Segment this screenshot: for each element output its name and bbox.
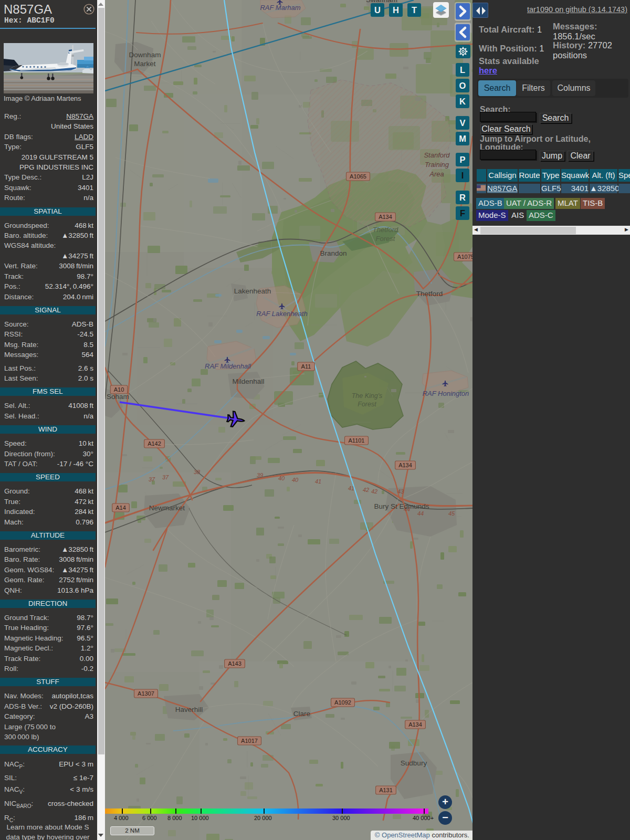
svg-text:Haverhill: Haverhill [175, 706, 203, 713]
svg-text:Training: Training [425, 161, 449, 169]
svg-text:Area: Area [429, 170, 444, 178]
svg-text:A134: A134 [408, 721, 422, 728]
svg-text:42: 42 [371, 488, 377, 495]
svg-text:Thetford: Thetford [416, 290, 443, 298]
svg-text:A10: A10 [114, 386, 124, 393]
svg-text:A1307: A1307 [138, 690, 154, 697]
svg-text:A1065: A1065 [350, 173, 366, 180]
svg-text:Stanford: Stanford [424, 151, 450, 159]
svg-text:A134: A134 [379, 214, 392, 220]
svg-text:Sudbury: Sudbury [401, 759, 427, 767]
svg-text:Market: Market [134, 60, 156, 68]
svg-text:RAF Mildenhall: RAF Mildenhall [205, 362, 251, 370]
svg-text:A1101: A1101 [349, 437, 365, 444]
svg-text:Forest: Forest [358, 401, 376, 408]
svg-text:RAF Marham: RAF Marham [260, 4, 300, 12]
svg-text:Newmarket: Newmarket [149, 504, 185, 512]
svg-text:40: 40 [278, 475, 285, 481]
svg-text:Lakenheath: Lakenheath [234, 287, 271, 295]
svg-text:38: 38 [194, 469, 201, 475]
svg-text:44: 44 [417, 510, 424, 517]
svg-text:Bury St Edmunds: Bury St Edmunds [374, 502, 429, 510]
svg-text:45: 45 [448, 510, 455, 517]
svg-text:A1017: A1017 [241, 738, 258, 744]
svg-text:39: 39 [257, 472, 263, 478]
svg-text:Forest: Forest [376, 235, 396, 243]
svg-text:Soham: Soham [107, 393, 129, 401]
svg-text:43: 43 [397, 488, 404, 495]
svg-text:37: 37 [149, 476, 155, 482]
svg-text:RAF Honington: RAF Honington [423, 390, 469, 397]
svg-text:Mildenhall: Mildenhall [233, 377, 265, 385]
svg-text:A142: A142 [148, 440, 161, 447]
svg-text:A1075: A1075 [457, 254, 472, 260]
svg-text:A1092: A1092 [334, 699, 351, 706]
svg-text:A134: A134 [398, 462, 412, 468]
svg-text:A11: A11 [301, 363, 311, 370]
svg-text:A143: A143 [228, 660, 242, 667]
svg-text:Thetford: Thetford [373, 226, 398, 234]
svg-text:42: 42 [363, 487, 369, 493]
svg-text:Downham: Downham [129, 51, 161, 59]
svg-text:Clare: Clare [293, 710, 310, 718]
svg-text:40: 40 [292, 477, 299, 483]
svg-text:RAF Lakenheath: RAF Lakenheath [256, 310, 307, 318]
svg-text:37: 37 [162, 474, 169, 480]
svg-text:Brandon: Brandon [320, 249, 346, 257]
svg-text:The King's: The King's [352, 392, 383, 400]
svg-text:A131: A131 [379, 787, 393, 793]
svg-text:A14: A14 [116, 505, 126, 511]
svg-text:41: 41 [315, 478, 321, 485]
